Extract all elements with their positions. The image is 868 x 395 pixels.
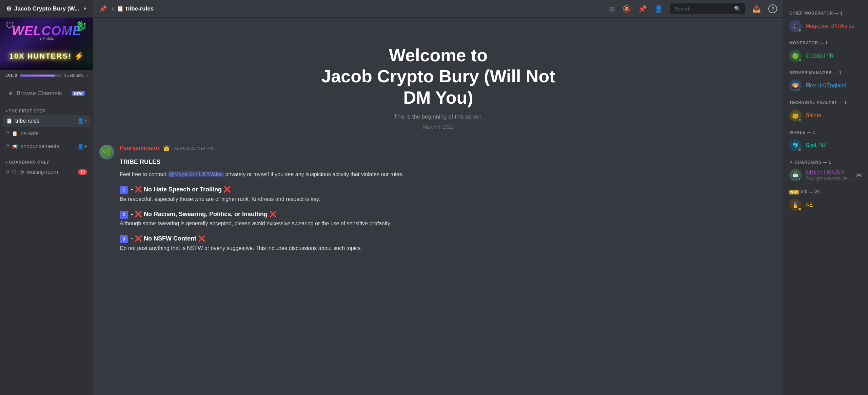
- group-label-guardians: ✦ GUARDIANS — 1: [786, 154, 865, 167]
- member-ae[interactable]: 🏅 AE: [786, 196, 865, 213]
- inbox-icon[interactable]: 📥: [752, 5, 761, 13]
- server-visibility: Public: [43, 36, 54, 41]
- channel-item-waiting-room[interactable]: # 🛡 @ waiting-room 10: [3, 166, 91, 178]
- welcome-subtitle: This is the beginning of this server.: [100, 113, 776, 120]
- channel-item-be-safe[interactable]: # 📋 be-safe: [3, 127, 91, 140]
- boost-progress-bar: [20, 75, 61, 77]
- browse-channels-button[interactable]: ✦ Browse Channels NEW: [3, 86, 90, 101]
- member-avatar-cocktail: 🟢: [789, 50, 802, 62]
- boost-level-label: LVL 3: [5, 73, 17, 78]
- section-label-first-step[interactable]: ▾ THE FIRST STEP: [3, 109, 91, 113]
- waiting-room-badge: 10: [78, 169, 87, 175]
- game-controller-icon: 🎮: [856, 172, 862, 178]
- add-user-icon[interactable]: 👤+: [77, 118, 87, 124]
- channel-item-announcements[interactable]: # 📢 announcements 👤+: [3, 140, 91, 152]
- member-scul[interactable]: 🐬 ScuL NZ: [786, 137, 865, 154]
- group-label-mod: MODERATOR — 1: [786, 35, 865, 47]
- member-name-shirus: Shirus: [806, 112, 862, 119]
- member-cocktail-fr[interactable]: 🟢 Cocktail FR: [786, 47, 865, 64]
- member-name-scul: ScuL NZ: [806, 142, 862, 148]
- chevron-down-icon: ▼: [83, 6, 87, 11]
- member-avatar-magicjon: 🎩: [789, 20, 802, 32]
- channel-header: 📌 # 📋 tribe-rules ⊞ 🔕 📌 👤 Search 🔍 📥 ?: [93, 0, 783, 18]
- member-avatar-scul: 🐬: [789, 139, 802, 151]
- channel-item-tribe-rules[interactable]: 📋 tribe-rules 👤+: [3, 115, 91, 127]
- channel-header-name: # 📋 tribe-rules: [112, 5, 154, 12]
- banner-decorations: 🐉: [75, 20, 87, 32]
- member-name-blizken: blizken USA/NV: [806, 170, 852, 176]
- member-info-magicjon: MagicJon UK/Wales: [806, 23, 862, 29]
- online-status-dot-5: [798, 148, 802, 151]
- channel-name-announcements: announcements: [20, 143, 74, 149]
- browse-channels-icon: ✦: [8, 90, 13, 97]
- member-info-cocktail: Cocktail FR: [806, 53, 862, 59]
- rule-2-body: Although some swearing is generally acce…: [120, 220, 777, 228]
- welcome-line3: DM You): [100, 87, 776, 108]
- rule-3-title: No NSFW Content: [144, 235, 196, 242]
- help-icon[interactable]: ?: [768, 4, 777, 13]
- new-badge: NEW: [72, 91, 85, 96]
- bell-slash-icon[interactable]: 🔕: [623, 5, 631, 13]
- shield-emoji-icon: 🛡: [12, 169, 17, 175]
- rule-2-title: No Racism, Swearing, Politics, or Insult…: [144, 211, 268, 217]
- members-sidebar: CHIEF MODERATOR — 1 🎩 MagicJon UK/Wales …: [783, 0, 868, 395]
- server-icon: ⚙: [6, 5, 12, 13]
- main-content: 📌 # 📋 tribe-rules ⊞ 🔕 📌 👤 Search 🔍 📥 ? W…: [93, 0, 783, 395]
- pin-icon: 📌: [99, 5, 107, 13]
- welcome-date: March 4, 2021: [100, 124, 776, 130]
- rule-3-body: Do not post anything that is NSFW or ove…: [120, 244, 777, 253]
- member-name-ae: AE: [806, 202, 862, 208]
- member-name-cocktail: Cocktail FR: [806, 53, 862, 59]
- boost-bar[interactable]: LVL 3 15 Boosts ›: [0, 70, 93, 81]
- rule-1-title: No Hate Speech or Trolling: [144, 186, 222, 193]
- boost-progress-fill: [20, 75, 55, 77]
- rule-2-header: 2 - ❌ No Racism, Swearing, Politics, or …: [120, 210, 777, 219]
- group-label-whale: WHALE — 1: [786, 125, 865, 137]
- online-status-dot-3: [798, 88, 802, 92]
- group-label-server-manager: SERVER MANAGER — 1: [786, 65, 865, 77]
- section-chevron-icon: ▾: [5, 109, 7, 113]
- browse-channels-label: Browse Channels: [17, 90, 62, 97]
- member-shirus[interactable]: 🐸 Shirus: [786, 107, 865, 124]
- section-label-guardians[interactable]: ▾ GUARDIANS ONLY: [3, 160, 91, 165]
- at-emoji-icon: @: [19, 169, 24, 175]
- group-label-vip: VIP VIP — 26: [786, 184, 865, 196]
- add-user-icon-2[interactable]: 👤+: [77, 143, 87, 150]
- idle-status-dot: [798, 207, 802, 211]
- author-avatar: 🌿: [99, 145, 114, 160]
- server-header[interactable]: ⚙ Jacob Crypto Bury (W... ▼: [0, 0, 93, 18]
- rules-intro: Feel free to contact @MagicJon UK/Wales …: [120, 170, 777, 179]
- online-status-dot-2: [798, 58, 802, 62]
- hash-icon-2: #: [6, 143, 9, 150]
- pin-header-icon[interactable]: 📌: [638, 5, 647, 13]
- header-toolbar: ⊞ 🔕 📌 👤 Search 🔍 📥 ?: [609, 3, 777, 14]
- mention-magicjon[interactable]: @MagicJon UK/Wales: [167, 171, 224, 177]
- members-icon[interactable]: 👤: [654, 5, 663, 13]
- hashtag-icon[interactable]: ⊞: [609, 5, 615, 13]
- server-name: Jacob Crypto Bury (W...: [14, 5, 79, 12]
- channel-section-guardians: ▾ GUARDIANS ONLY # 🛡 @ waiting-room 10: [0, 154, 93, 180]
- messages-area[interactable]: Welcome to Jacob Crypto Bury (Will Not D…: [93, 18, 783, 395]
- channel-section-first-step: ▾ THE FIRST STEP 📋 tribe-rules 👤+ # 📋 be…: [0, 103, 93, 154]
- rules-icon: 📋: [6, 118, 13, 124]
- member-magicjon[interactable]: 🎩 MagicJon UK/Wales: [786, 18, 865, 35]
- member-blizken[interactable]: 🏔 blizken USA/NV Playing Insurgency: San…: [786, 167, 865, 184]
- group-label-chief-mod: CHIEF MODERATOR — 1: [786, 5, 865, 18]
- message-author: Pearljaminator: [120, 145, 160, 151]
- welcome-line1: Welcome to: [100, 45, 776, 66]
- member-info-scul: ScuL NZ: [806, 142, 862, 148]
- member-flex[interactable]: 🌄 Flex UK/England: [786, 77, 865, 94]
- message-header: Pearljaminator 👑 03/04/2021 4:19 PM: [120, 145, 777, 151]
- hash-icon-3: #: [6, 169, 9, 175]
- sidebar: ⚙ Jacob Crypto Bury (W... ▼ 🛡 WELCOME 🐉 …: [0, 0, 93, 395]
- member-name-magicjon: MagicJon UK/Wales: [806, 23, 862, 29]
- online-status-dot-6: [798, 178, 802, 181]
- member-avatar-flex: 🌄: [789, 80, 802, 92]
- message-timestamp: 03/04/2021 4:19 PM: [173, 146, 213, 151]
- member-status-blizken: Playing Insurgency: Sands...: [806, 176, 852, 181]
- search-bar[interactable]: Search 🔍: [670, 3, 745, 14]
- online-status-dot: [798, 28, 802, 32]
- member-info-blizken: blizken USA/NV Playing Insurgency: Sands…: [806, 170, 852, 181]
- member-info-flex: Flex UK/England: [806, 83, 862, 89]
- member-avatar-shirus: 🐸: [789, 109, 802, 122]
